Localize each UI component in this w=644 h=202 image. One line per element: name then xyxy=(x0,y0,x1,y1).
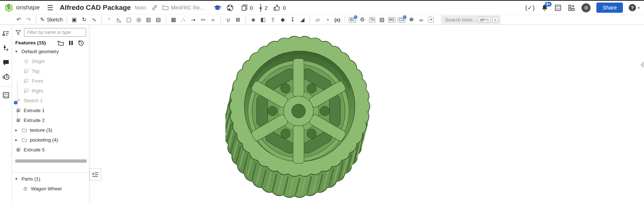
thread-tool-button[interactable]: ▤ xyxy=(154,15,163,24)
versions-counter[interactable]: 2 xyxy=(259,4,267,12)
create-version-icon[interactable] xyxy=(3,44,9,52)
helix-tool-button[interactable]: ◔ xyxy=(323,15,332,24)
chevron-right-icon[interactable]: ▸ xyxy=(15,138,21,142)
chevron-right-icon[interactable]: ▸ xyxy=(15,128,21,132)
curve-pattern-tool-button[interactable]: ∾ xyxy=(199,15,207,24)
feature-tree-item[interactable]: Extrude 5 xyxy=(12,145,89,155)
plane-icon xyxy=(23,88,29,94)
variable-tool-button[interactable]: (x) xyxy=(333,15,341,24)
feature-tree-item[interactable]: ▸texture (3) xyxy=(12,125,89,135)
boolean-tool-button[interactable]: ∪ xyxy=(224,15,232,24)
part-list-item[interactable]: Wagon Wheel xyxy=(12,184,89,194)
derived-tool-button[interactable]: ↧ xyxy=(288,15,297,24)
revolve-tool-button[interactable]: ↻ xyxy=(80,15,88,24)
feature-tree-item[interactable]: ▸pocketing (4) xyxy=(12,135,89,145)
parts-header-row[interactable]: ▾ Parts (1) xyxy=(12,174,89,184)
graphics-viewport[interactable] xyxy=(225,33,372,202)
fillet-tool-button[interactable]: ◜ xyxy=(105,15,113,24)
chevron-down-icon[interactable]: ▾ xyxy=(15,49,21,54)
plane-icon xyxy=(23,68,29,74)
features-header: Features (15) xyxy=(15,40,46,45)
custom-co-tool-button[interactable]: COi xyxy=(397,15,406,24)
history-icon[interactable] xyxy=(2,73,10,80)
filter-input[interactable] xyxy=(24,28,86,37)
redo-button[interactable]: ↷ xyxy=(24,15,33,24)
mirror-tool-button[interactable]: ▫▪ xyxy=(189,15,197,24)
rail-divider xyxy=(0,86,12,87)
chevron-down-icon[interactable]: ▾ xyxy=(15,177,21,181)
document-title[interactable]: Alfredo CAD Package xyxy=(60,4,131,12)
custom-belt-tool-button[interactable]: ∞ xyxy=(417,15,425,24)
feature-tree-item[interactable]: Right xyxy=(12,86,89,96)
custom-bc-tool-button[interactable]: BCi xyxy=(348,15,357,24)
filter-funnel-icon[interactable] xyxy=(15,30,21,35)
likes-counter[interactable]: 0 xyxy=(273,4,286,11)
release-tasks-icon[interactable] xyxy=(555,4,561,11)
notifications-bell-icon[interactable]: 9+ xyxy=(541,4,548,11)
onshape-logo-icon[interactable] xyxy=(4,3,13,12)
folder-icon[interactable] xyxy=(162,5,169,11)
wagon-wheel-3d-model[interactable] xyxy=(225,33,372,202)
plane-tool-button[interactable]: ▱ xyxy=(313,15,322,24)
collapse-right-panel-arrow[interactable] xyxy=(640,62,644,68)
feature-tree: ▾Default geometryOriginTopFrontRight–Ske… xyxy=(12,47,89,155)
undo-button[interactable]: ↶ xyxy=(15,15,23,24)
featurescript-icon[interactable]: {✓} xyxy=(525,4,535,11)
circular-pattern-tool-button[interactable]: ∴ xyxy=(179,15,188,24)
tasks-icon[interactable] xyxy=(3,92,9,99)
help-caret-icon[interactable]: ▾ xyxy=(638,6,640,10)
chamfer-tool-button[interactable]: ◺ xyxy=(115,15,123,24)
main-menu-icon[interactable]: ☰ xyxy=(47,4,53,12)
onshape-logo-text[interactable]: onshape xyxy=(16,4,40,11)
copies-icon xyxy=(241,4,248,11)
share-button[interactable]: Share xyxy=(596,3,623,13)
split-tool-button[interactable]: ◧ xyxy=(259,15,267,24)
transform-tool-button[interactable]: ◈ xyxy=(249,15,257,24)
custom-bg-tool-button[interactable]: BG xyxy=(388,15,396,24)
delete-face-tool-button[interactable]: ⊠ xyxy=(234,15,242,24)
feature-tree-item[interactable]: –Sketch 1 xyxy=(12,96,89,106)
feature-tree-item[interactable]: ▾Default geometry xyxy=(12,47,89,56)
extrude-tool-button[interactable]: ▣ xyxy=(70,15,79,24)
feature-label: Right xyxy=(32,88,43,94)
ai-assistant-avatar[interactable]: ⚙ xyxy=(581,3,591,12)
folder-name[interactable]: MiniFRC Ro... xyxy=(171,5,204,11)
workspace-name[interactable]: Main xyxy=(135,5,146,11)
apps-grid-icon[interactable] xyxy=(568,4,575,11)
custom-th-tool-button[interactable]: Th xyxy=(368,15,376,24)
new-folder-icon[interactable] xyxy=(57,40,64,46)
polygon-tool-button[interactable]: ◆ xyxy=(279,15,287,24)
sweep-tool-button[interactable]: ∿ xyxy=(90,15,98,24)
search-tools-button[interactable]: Search tools... alt/⌥c xyxy=(441,15,501,24)
suppress-pause-icon[interactable] xyxy=(69,40,73,45)
globe-icon[interactable] xyxy=(227,4,233,11)
linear-pattern-tool-button[interactable]: ▦ xyxy=(169,15,178,24)
link-icon[interactable] xyxy=(151,4,158,11)
copies-counter[interactable]: 0 xyxy=(241,4,253,11)
shell-tool-button[interactable]: ▢ xyxy=(125,15,133,24)
custom-sprocket-tool-button[interactable]: ☸ xyxy=(407,15,416,24)
feature-tree-item[interactable]: Origin xyxy=(12,56,89,66)
wrap-tool-button[interactable]: ≈ xyxy=(209,15,217,24)
feature-label: Origin xyxy=(32,59,45,64)
document-outline-icon[interactable] xyxy=(2,30,9,37)
insert-tool-button[interactable]: + xyxy=(427,15,435,24)
info-badge: i xyxy=(354,15,357,19)
rib-tool-button[interactable]: ▥ xyxy=(144,15,153,24)
help-icon[interactable]: ? xyxy=(629,4,636,11)
feature-tree-item[interactable]: Extrude 1 xyxy=(12,106,89,115)
custom-sheet-tool-button[interactable]: ▨ xyxy=(378,15,386,24)
list-toggle-button[interactable] xyxy=(89,168,101,181)
draft-tool-button[interactable]: ◢ xyxy=(298,15,307,24)
feature-tree-item[interactable]: Front xyxy=(12,76,89,86)
hole-tool-button[interactable]: ◎ xyxy=(135,15,143,24)
comments-icon[interactable] xyxy=(3,59,9,66)
feature-tree-item[interactable]: Extrude 2 xyxy=(12,115,89,125)
feature-tree-item[interactable]: Top xyxy=(12,66,89,76)
rollback-bar[interactable] xyxy=(15,159,87,163)
move-face-tool-button[interactable]: ⇧ xyxy=(269,15,277,24)
sketch-tool-button[interactable]: ✎ Sketch xyxy=(40,16,63,23)
learning-center-icon[interactable] xyxy=(213,5,221,11)
rollback-history-icon[interactable] xyxy=(78,40,84,46)
custom-gear-tool-button[interactable]: ⚙ xyxy=(358,15,367,24)
